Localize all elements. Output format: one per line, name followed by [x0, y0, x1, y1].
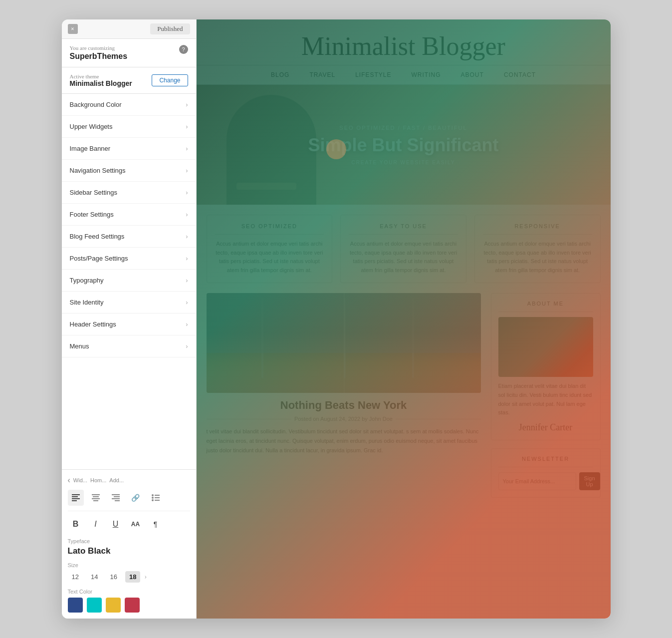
customizing-section: You are customizing SuperbThemes ? — [62, 39, 196, 67]
panel-nav-row: ‹ Wid... Hom... Add... — [68, 476, 190, 485]
size-next-arrow[interactable]: › — [144, 573, 147, 581]
chevron-right-icon: › — [186, 145, 188, 152]
svg-point-14 — [152, 497, 154, 499]
menu-item-site-identity[interactable]: Site Identity › — [62, 292, 196, 314]
size-18[interactable]: 18 — [125, 571, 140, 583]
svg-rect-11 — [115, 500, 120, 501]
link-button[interactable]: 🔗 — [128, 490, 144, 506]
color-swatch-yellow[interactable] — [106, 598, 121, 613]
menu-label: Menus — [70, 342, 89, 350]
published-badge: Published — [150, 23, 190, 34]
back-arrow-icon[interactable]: ‹ — [68, 476, 70, 485]
color-swatch-red[interactable] — [125, 598, 140, 613]
svg-rect-4 — [92, 494, 100, 495]
about-photo — [498, 317, 593, 377]
about-widget: ABOUT ME Etiam placerat velit vitae dui … — [491, 293, 601, 440]
menu-label: Footer Settings — [70, 211, 114, 218]
svg-point-16 — [152, 499, 154, 501]
chevron-right-icon: › — [186, 233, 188, 240]
menu-item-upper-widgets[interactable]: Upper Widgets › — [62, 116, 196, 138]
theme-name: Minimalist Blogger — [70, 79, 132, 87]
chevron-right-icon: › — [186, 320, 188, 328]
chevron-right-icon: › — [186, 299, 188, 306]
panel-breadcrumb: Wid... — [73, 477, 87, 483]
svg-rect-2 — [72, 498, 80, 499]
align-left-button[interactable] — [68, 490, 84, 506]
menu-label: Image Banner — [70, 145, 111, 152]
typography-panel: ‹ Wid... Hom... Add... 🔗 — [62, 469, 197, 619]
menu-label: Posts/Page Settings — [70, 255, 128, 262]
underline-button[interactable]: U — [108, 516, 124, 532]
size-options: 12 14 16 18 › — [68, 571, 190, 583]
svg-rect-10 — [112, 498, 120, 499]
list-button[interactable] — [148, 490, 164, 506]
site-preview: Minimalist Blogger BLOG TRAVEL LIFESTYLE… — [197, 19, 611, 619]
typeface-label: Typeface — [68, 538, 190, 544]
align-right-button[interactable] — [108, 490, 124, 506]
menu-item-menus[interactable]: Menus › — [62, 335, 196, 357]
help-icon[interactable]: ? — [179, 45, 188, 54]
menu-item-posts-page-settings[interactable]: Posts/Page Settings › — [62, 248, 196, 270]
menu-item-background-color[interactable]: Background Color › — [62, 94, 196, 116]
svg-rect-17 — [155, 500, 160, 501]
svg-rect-9 — [114, 496, 120, 497]
svg-rect-3 — [72, 500, 77, 501]
customizer-panel: × Published You are customizing SuperbTh… — [62, 19, 197, 619]
svg-rect-8 — [112, 494, 120, 495]
panel-header: × Published — [62, 19, 196, 39]
align-center-button[interactable] — [88, 490, 104, 506]
chevron-right-icon: › — [186, 101, 188, 108]
svg-point-12 — [152, 494, 154, 496]
menu-label: Typography — [70, 277, 104, 284]
paragraph-button[interactable]: ¶ — [148, 516, 164, 532]
svg-rect-7 — [93, 500, 98, 501]
italic-button[interactable]: I — [88, 516, 104, 532]
active-theme-section: Active theme Minimalist Blogger Change — [62, 67, 196, 94]
size-12[interactable]: 12 — [68, 571, 83, 583]
size-14[interactable]: 14 — [87, 571, 102, 583]
text-color-label: Text Color — [68, 589, 190, 595]
sidebar: ABOUT ME Etiam placerat velit vitae dui … — [491, 293, 601, 505]
menu-item-sidebar-settings[interactable]: Sidebar Settings › — [62, 182, 196, 204]
close-button[interactable]: × — [68, 24, 78, 34]
customizing-label: You are customizing — [70, 45, 128, 51]
menu-item-footer-settings[interactable]: Footer Settings › — [62, 204, 196, 226]
menu-item-header-settings[interactable]: Header Settings › — [62, 314, 196, 335]
menu-label: Background Color — [70, 101, 122, 108]
text-toolbar-row2: B I U AA ¶ — [68, 516, 190, 532]
svg-rect-6 — [92, 498, 100, 499]
change-theme-button[interactable]: Change — [152, 74, 188, 86]
app-container: × Published You are customizing SuperbTh… — [62, 19, 611, 619]
menu-label: Navigation Settings — [70, 167, 126, 174]
size-16[interactable]: 16 — [106, 571, 121, 583]
menu-label: Sidebar Settings — [70, 189, 117, 196]
chevron-right-icon: › — [186, 255, 188, 262]
menu-item-blog-feed-settings[interactable]: Blog Feed Settings › — [62, 226, 196, 248]
menu-label: Site Identity — [70, 299, 104, 306]
chevron-right-icon: › — [186, 167, 188, 174]
color-swatch-navy[interactable] — [68, 598, 83, 613]
chevron-right-icon: › — [186, 211, 188, 218]
chevron-right-icon: › — [186, 123, 188, 130]
menu-label: Blog Feed Settings — [70, 233, 125, 240]
menu-label: Upper Widgets — [70, 123, 113, 130]
panel-add: Add... — [109, 477, 124, 483]
svg-rect-13 — [155, 495, 160, 496]
size-label: Size — [68, 562, 190, 568]
svg-rect-5 — [93, 496, 99, 497]
color-swatch-teal[interactable] — [87, 598, 102, 613]
site-name: SuperbThemes — [70, 52, 128, 61]
aa-button[interactable]: AA — [128, 516, 144, 532]
menu-item-typography[interactable]: Typography › — [62, 270, 196, 292]
text-toolbar-row1: 🔗 — [68, 490, 190, 511]
bold-button[interactable]: B — [68, 516, 84, 532]
chevron-right-icon: › — [186, 342, 188, 350]
menu-item-navigation-settings[interactable]: Navigation Settings › — [62, 160, 196, 182]
chevron-right-icon: › — [186, 189, 188, 196]
color-swatches — [68, 598, 190, 613]
content-row: Nothing Beats New York Posted on August … — [197, 293, 611, 515]
menu-item-image-banner[interactable]: Image Banner › — [62, 138, 196, 160]
svg-rect-0 — [72, 494, 80, 495]
typeface-name: Lato Black — [68, 546, 190, 556]
svg-rect-15 — [155, 497, 160, 498]
